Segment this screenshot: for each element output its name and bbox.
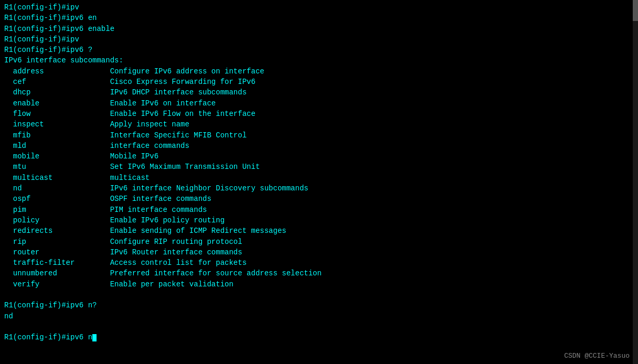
scrollbar-thumb[interactable] (633, 0, 638, 21)
terminal-content: R1(config-if)#ipv R1(config-if)#ipv6 en … (4, 2, 634, 343)
cursor (92, 334, 97, 341)
terminal: R1(config-if)#ipv R1(config-if)#ipv6 en … (0, 0, 638, 364)
watermark: CSDN @CCIE-Yasuo (564, 352, 630, 360)
scrollbar[interactable] (633, 0, 638, 364)
